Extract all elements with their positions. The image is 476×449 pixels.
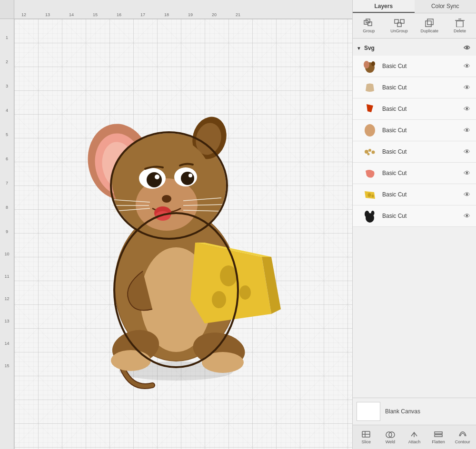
artwork-canvas	[43, 43, 309, 404]
delete-icon	[454, 18, 466, 28]
svg-point-26	[181, 172, 194, 185]
attach-icon	[409, 430, 419, 439]
layer-item[interactable]: Basic Cut 👁	[353, 141, 476, 163]
svg-point-58	[372, 151, 375, 154]
right-panel: Layers Color Sync Group	[352, 0, 476, 449]
svg-point-55	[365, 124, 375, 137]
slice-button[interactable]: Slice	[356, 428, 376, 446]
layer-item[interactable]: Basic Cut 👁	[353, 56, 476, 77]
layer-eye-icon[interactable]: 👁	[462, 61, 472, 71]
layer-eye-icon[interactable]: 👁	[462, 168, 472, 178]
cartoon-svg	[57, 57, 295, 390]
layer-item[interactable]: Basic Cut 👁	[353, 184, 476, 205]
svg-rect-48	[427, 19, 433, 25]
attach-button[interactable]: Attach	[404, 428, 424, 446]
tab-layers[interactable]: Layers	[353, 0, 415, 13]
ruler-left: 1 2 3 4 5 6 7 8 9 10 11 12 13 14 15	[0, 19, 14, 449]
svg-point-64	[365, 211, 369, 217]
layer-name: Basic Cut	[382, 127, 462, 134]
svg-point-61	[368, 193, 371, 197]
svg-point-56	[365, 150, 368, 154]
svg-point-25	[147, 172, 162, 187]
svg-point-59	[367, 153, 370, 156]
layer-eye-icon[interactable]: 👁	[462, 126, 472, 135]
layer-item[interactable]: Basic Cut 👁	[353, 163, 476, 184]
svg-point-28	[188, 174, 192, 177]
svg-point-53	[364, 61, 369, 68]
layer-thumbnail	[362, 59, 377, 74]
ungroup-icon	[394, 18, 405, 28]
layer-thumbnail	[362, 101, 377, 117]
layer-thumbnail	[362, 166, 377, 181]
layer-eye-icon[interactable]: 👁	[462, 190, 472, 199]
layer-thumbnail	[362, 144, 377, 159]
flatten-button[interactable]: Flatten	[428, 428, 448, 446]
svg-point-27	[155, 175, 159, 179]
svg-point-5	[111, 350, 151, 371]
svg-point-65	[371, 211, 375, 215]
layer-eye-icon[interactable]: 👁	[462, 83, 472, 92]
group-arrow-icon: ▼	[357, 46, 361, 51]
ruler-corner	[0, 0, 14, 19]
weld-button[interactable]: Weld	[380, 428, 400, 446]
layer-name: Basic Cut	[382, 213, 462, 219]
slice-icon	[361, 430, 371, 439]
svg-point-12	[239, 285, 251, 300]
svg-point-11	[212, 291, 226, 308]
duplicate-button[interactable]: Duplicate	[417, 16, 441, 35]
canvas-viewport[interactable]	[14, 19, 352, 449]
layer-eye-icon[interactable]: 👁	[462, 104, 472, 114]
svg-group-header[interactable]: ▼ Svg 👁	[353, 40, 476, 56]
tab-color-sync[interactable]: Color Sync	[415, 0, 476, 13]
contour-icon	[457, 430, 468, 439]
svg-rect-73	[435, 435, 442, 437]
layer-thumbnail	[362, 208, 377, 224]
weld-icon	[385, 430, 396, 439]
blank-canvas-thumbnail	[357, 402, 380, 421]
canvas-area: 12 13 14 15 16 17 18 19 20 21 1 2 3 4 5 …	[0, 0, 352, 449]
layer-name: Basic Cut	[382, 170, 462, 176]
layer-item[interactable]: Basic Cut 👁	[353, 120, 476, 141]
svg-rect-72	[435, 432, 442, 434]
layer-name: Basic Cut	[382, 63, 462, 69]
flatten-icon	[433, 430, 444, 439]
contour-button[interactable]: Contour	[453, 428, 473, 446]
duplicate-icon	[424, 18, 435, 28]
layer-thumbnail	[362, 80, 377, 95]
ungroup-button[interactable]: UnGroup	[387, 16, 411, 35]
blank-canvas-label: Blank Canvas	[385, 408, 420, 415]
layer-thumbnail	[362, 123, 377, 138]
bottom-toolbar: Slice Weld Attach	[353, 425, 476, 449]
svg-point-10	[220, 265, 237, 286]
layer-name: Basic Cut	[382, 84, 462, 91]
layer-item[interactable]: Basic Cut 👁	[353, 98, 476, 120]
svg-point-30	[162, 195, 171, 203]
svg-rect-47	[426, 21, 431, 27]
layer-name: Basic Cut	[382, 191, 462, 198]
layer-thumbnail	[362, 187, 377, 202]
svg-rect-49	[456, 21, 463, 27]
svg-point-62	[372, 195, 374, 197]
svg-group-label: Svg	[364, 45, 375, 51]
layer-list[interactable]: ▼ Svg 👁 Basic Cut 👁 Basic Cu	[353, 39, 476, 398]
panel-tabs: Layers Color Sync	[353, 0, 476, 13]
layer-name: Basic Cut	[382, 148, 462, 155]
layer-name: Basic Cut	[382, 106, 462, 112]
layer-item[interactable]: Basic Cut 👁	[353, 205, 476, 227]
delete-button[interactable]: Delete	[448, 16, 472, 35]
layer-eye-icon[interactable]: 👁	[462, 211, 472, 221]
blank-canvas-section: Blank Canvas	[353, 398, 476, 425]
panel-toolbar: Group UnGroup Duplicate	[353, 13, 476, 39]
group-icon	[363, 18, 375, 28]
svg-point-54	[371, 61, 375, 66]
svg-group-eye-icon[interactable]: 👁	[462, 43, 472, 53]
layer-eye-icon[interactable]: 👁	[462, 147, 472, 156]
layer-item[interactable]: Basic Cut 👁	[353, 77, 476, 98]
blank-canvas-item[interactable]: Blank Canvas	[357, 402, 472, 421]
ruler-top: 12 13 14 15 16 17 18 19 20 21	[14, 0, 352, 19]
group-button[interactable]: Group	[357, 16, 381, 35]
svg-point-57	[368, 149, 371, 152]
